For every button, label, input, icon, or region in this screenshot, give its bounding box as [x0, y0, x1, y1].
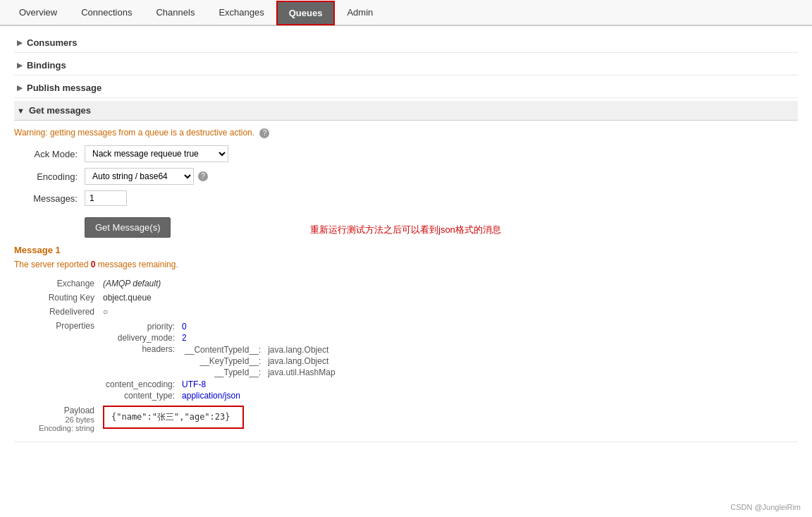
- encoding-row: Encoding: Auto string / base64 base64 ?: [14, 168, 798, 185]
- content-encoding-row: content_encoding: UTF-8: [103, 379, 341, 390]
- bindings-section-header[interactable]: ▶ Bindings: [14, 56, 798, 75]
- headers-value: __ContentTypeId__: java.lang.Object __Ke…: [179, 343, 340, 379]
- priority-value: 0: [179, 321, 340, 332]
- content-encoding-value: UTF-8: [179, 379, 340, 390]
- priority-label: priority:: [103, 321, 179, 332]
- bindings-label: Bindings: [27, 60, 66, 71]
- content-type-label: content_type:: [103, 390, 179, 401]
- headers-row: headers: __ContentTypeId__: java.lang.Ob…: [103, 343, 341, 379]
- server-info: The server reported 0 messages remaining…: [14, 260, 798, 269]
- header-value-1: java.lang.Object: [265, 355, 338, 367]
- payload-value-cell: {"name":"张三","age":23}: [99, 403, 798, 434]
- consumers-arrow-icon: ▶: [17, 39, 23, 47]
- nav-admin[interactable]: Admin: [335, 1, 385, 25]
- priority-row: priority: 0: [103, 321, 341, 332]
- content-type-row: content_type: application/json: [103, 390, 341, 401]
- get-messages-section: ▼ Get messages Warning: getting messages…: [14, 101, 798, 442]
- props-table: priority: 0 delivery_mode: 2 headers:: [103, 321, 341, 401]
- nav-bar: Overview Connections Channels Exchanges …: [0, 0, 812, 26]
- payload-size: 26 bytes: [18, 415, 94, 424]
- nav-overview[interactable]: Overview: [7, 1, 69, 25]
- exchange-row: Exchange (AMQP default): [14, 276, 798, 291]
- header-row-2: __TypeId__: java.util.HashMap: [182, 367, 338, 378]
- payload-label: Payload 26 bytes Encoding: string: [14, 403, 99, 434]
- nav-channels[interactable]: Channels: [144, 1, 207, 25]
- properties-value: priority: 0 delivery_mode: 2 headers:: [99, 319, 798, 403]
- messages-row: Messages:: [14, 190, 798, 206]
- nav-queues[interactable]: Queues: [276, 1, 336, 25]
- warning-help-badge[interactable]: ?: [259, 128, 269, 138]
- ack-mode-row: Ack Mode: Nack message requeue true Nack…: [14, 145, 798, 162]
- get-messages-label: Get messages: [29, 105, 91, 116]
- header-value-2: java.util.HashMap: [265, 367, 338, 378]
- encoding-select[interactable]: Auto string / base64 base64: [85, 168, 194, 185]
- nav-connections[interactable]: Connections: [69, 1, 144, 25]
- encoding-label: Encoding:: [14, 171, 78, 182]
- messages-label: Messages:: [14, 193, 78, 204]
- delivery-mode-value: 2: [179, 332, 340, 343]
- payload-box: {"name":"张三","age":23}: [103, 406, 244, 429]
- payload-row: Payload 26 bytes Encoding: string {"name…: [14, 403, 798, 434]
- get-messages-button[interactable]: Get Message(s): [85, 217, 171, 238]
- consumers-label: Consumers: [27, 37, 78, 48]
- routing-key-label: Routing Key: [14, 291, 99, 305]
- header-key-1: __KeyTypeId__:: [182, 355, 265, 367]
- routing-key-value: object.queue: [99, 291, 798, 305]
- exchange-value: (AMQP default): [99, 276, 798, 291]
- header-value-0: java.lang.Object: [265, 344, 338, 355]
- header-row-0: __ContentTypeId__: java.lang.Object: [182, 344, 338, 355]
- redelivered-row: Redelivered ○: [14, 305, 798, 319]
- content-type-value: application/json: [179, 390, 340, 401]
- publish-message-label: Publish message: [27, 83, 102, 93]
- routing-key-row: Routing Key object.queue: [14, 291, 798, 305]
- ack-mode-label: Ack Mode:: [14, 149, 78, 159]
- delivery-mode-label: delivery_mode:: [103, 332, 179, 343]
- consumers-section-header[interactable]: ▶ Consumers: [14, 33, 798, 53]
- payload-encoding-label: Encoding: string: [18, 424, 94, 432]
- warning-text: Warning: getting messages from a queue i…: [14, 128, 798, 138]
- publish-arrow-icon: ▶: [17, 84, 23, 92]
- bindings-arrow-icon: ▶: [17, 61, 23, 69]
- ack-mode-select[interactable]: Nack message requeue true Nack message r…: [85, 145, 228, 162]
- redelivered-label: Redelivered: [14, 305, 99, 319]
- headers-table: __ContentTypeId__: java.lang.Object __Ke…: [182, 344, 338, 378]
- nav-exchanges[interactable]: Exchanges: [207, 1, 276, 25]
- properties-row: Properties priority: 0 delivery_mode: 2: [14, 319, 798, 403]
- delivery-mode-row: delivery_mode: 2: [103, 332, 341, 343]
- get-messages-arrow-icon: ▼: [17, 107, 25, 115]
- header-key-2: __TypeId__:: [182, 367, 265, 378]
- get-messages-header[interactable]: ▼ Get messages: [14, 101, 798, 121]
- header-row-1: __KeyTypeId__: java.lang.Object: [182, 355, 338, 367]
- chinese-annotation: 重新运行测试方法之后可以看到json格式的消息: [310, 224, 501, 236]
- header-key-0: __ContentTypeId__:: [182, 344, 265, 355]
- message-result-container: Message 1 The server reported 0 messages…: [14, 245, 798, 434]
- messages-input[interactable]: [85, 190, 127, 206]
- main-content: ▶ Consumers ▶ Bindings ▶ Publish message…: [0, 26, 812, 456]
- redelivered-value: ○: [99, 305, 798, 319]
- message-heading: Message 1: [14, 245, 798, 255]
- content-encoding-label: content_encoding:: [103, 379, 179, 390]
- headers-label: headers:: [103, 343, 179, 379]
- encoding-help-badge[interactable]: ?: [198, 171, 208, 181]
- message-detail-table: Exchange (AMQP default) Routing Key obje…: [14, 276, 798, 434]
- properties-label: Properties: [14, 319, 99, 403]
- publish-message-section-header[interactable]: ▶ Publish message: [14, 78, 798, 98]
- exchange-label: Exchange: [14, 276, 99, 291]
